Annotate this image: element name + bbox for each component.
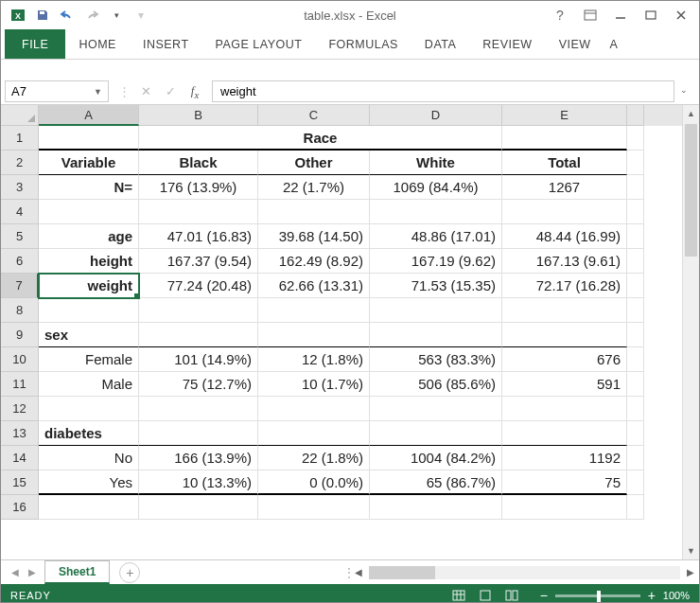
cell[interactable]: [502, 421, 627, 446]
zoom-level[interactable]: 100%: [663, 590, 690, 601]
tab-addin[interactable]: A: [604, 29, 624, 59]
cell[interactable]: [627, 421, 644, 446]
cell[interactable]: [627, 126, 644, 151]
cell[interactable]: [39, 200, 139, 224]
cell[interactable]: [502, 298, 627, 323]
hscroll-thumb[interactable]: [369, 566, 435, 579]
new-sheet-button[interactable]: +: [119, 562, 140, 583]
formula-bar[interactable]: weight: [212, 80, 674, 102]
tab-page-layout[interactable]: PAGE LAYOUT: [202, 29, 316, 59]
redo-button[interactable]: [80, 4, 103, 27]
tab-view[interactable]: VIEW: [546, 29, 604, 59]
cell[interactable]: [627, 446, 644, 470]
cell[interactable]: [39, 126, 139, 151]
row-header-6[interactable]: 6: [1, 249, 39, 274]
zoom-in-button[interactable]: +: [646, 588, 657, 603]
tab-review[interactable]: REVIEW: [469, 29, 545, 59]
scroll-down-icon[interactable]: ▼: [683, 542, 699, 559]
cell[interactable]: [502, 323, 627, 347]
column-header-A[interactable]: A: [39, 105, 139, 126]
cell[interactable]: [370, 298, 502, 323]
formula-bar-expand-icon[interactable]: ⌄: [676, 85, 691, 95]
cells-area[interactable]: RaceVariableBlackOtherWhiteTotalN=176 (1…: [39, 126, 682, 520]
row-header-15[interactable]: 15: [1, 470, 39, 495]
cell[interactable]: 22 (1.8%): [258, 446, 370, 470]
cell[interactable]: 22 (1.7%): [258, 175, 370, 200]
cell[interactable]: 39.68 (14.50): [258, 224, 370, 249]
hscroll-left-icon[interactable]: ◀: [350, 567, 367, 577]
tab-data[interactable]: DATA: [411, 29, 469, 59]
cell[interactable]: Race: [139, 126, 502, 151]
tab-formulas[interactable]: FORMULAS: [315, 29, 411, 59]
sheet-nav-next[interactable]: ▶: [24, 567, 41, 577]
row-header-12[interactable]: 12: [1, 397, 39, 421]
row-header-1[interactable]: 1: [1, 126, 39, 151]
insert-function-button[interactable]: fx: [185, 83, 204, 100]
customize-qat-button[interactable]: ▾: [105, 4, 128, 27]
cancel-formula-button[interactable]: ✕: [136, 84, 155, 98]
cell[interactable]: 77.24 (20.48): [139, 274, 258, 298]
row-header-2[interactable]: 2: [1, 151, 39, 175]
cell[interactable]: [502, 397, 627, 421]
row-header-4[interactable]: 4: [1, 200, 39, 224]
column-header-blank[interactable]: [627, 105, 644, 126]
row-header-14[interactable]: 14: [1, 446, 39, 470]
tab-file[interactable]: FILE: [5, 29, 65, 59]
cell[interactable]: Yes: [39, 470, 139, 495]
cell[interactable]: 167.19 (9.62): [370, 249, 502, 274]
cell[interactable]: [139, 298, 258, 323]
maximize-button[interactable]: [639, 6, 663, 25]
name-box-dropdown-icon[interactable]: ▼: [94, 87, 102, 97]
cell[interactable]: Other: [258, 151, 370, 175]
cell[interactable]: No: [39, 446, 139, 470]
row-header-3[interactable]: 3: [1, 175, 39, 200]
cell[interactable]: [370, 495, 502, 520]
cell[interactable]: 101 (14.9%): [139, 347, 258, 372]
undo-button[interactable]: [56, 4, 79, 27]
cell[interactable]: [370, 200, 502, 224]
cell[interactable]: [627, 347, 644, 372]
close-button[interactable]: [669, 6, 693, 25]
cell[interactable]: [39, 495, 139, 520]
row-header-13[interactable]: 13: [1, 421, 39, 446]
enter-formula-button[interactable]: ✓: [161, 84, 180, 98]
cell[interactable]: 62.66 (13.31): [258, 274, 370, 298]
zoom-out-button[interactable]: −: [538, 588, 550, 603]
row-header-7[interactable]: 7: [1, 274, 39, 298]
cell[interactable]: [139, 421, 258, 446]
column-header-E[interactable]: E: [502, 105, 627, 126]
cell[interactable]: [502, 495, 627, 520]
cell[interactable]: [502, 200, 627, 224]
cell[interactable]: [258, 200, 370, 224]
cell[interactable]: [627, 175, 644, 200]
cell[interactable]: 10 (1.7%): [258, 372, 370, 397]
cell[interactable]: [258, 298, 370, 323]
cell[interactable]: height: [39, 249, 139, 274]
cell[interactable]: [502, 126, 627, 151]
cell[interactable]: 506 (85.6%): [370, 372, 502, 397]
view-normal-icon[interactable]: [449, 588, 468, 603]
cell[interactable]: sex: [39, 323, 139, 347]
cell[interactable]: Black: [139, 151, 258, 175]
vertical-scrollbar[interactable]: ▲ ▼: [682, 105, 699, 559]
cell[interactable]: [370, 323, 502, 347]
view-page-layout-icon[interactable]: [476, 588, 495, 603]
cell[interactable]: [139, 397, 258, 421]
zoom-slider[interactable]: [555, 594, 640, 597]
scroll-up-icon[interactable]: ▲: [683, 105, 699, 122]
cell[interactable]: [627, 372, 644, 397]
cell[interactable]: 166 (13.9%): [139, 446, 258, 470]
cell[interactable]: Male: [39, 372, 139, 397]
cell[interactable]: 591: [502, 372, 627, 397]
cell[interactable]: 563 (83.3%): [370, 347, 502, 372]
cell[interactable]: 167.13 (9.61): [502, 249, 627, 274]
cell[interactable]: [258, 495, 370, 520]
cell[interactable]: [627, 323, 644, 347]
cell[interactable]: weight: [39, 274, 139, 298]
ribbon-display-button[interactable]: [578, 6, 603, 25]
sheet-nav-prev[interactable]: ◀: [7, 567, 24, 577]
cell[interactable]: N=: [39, 175, 139, 200]
cell[interactable]: 71.53 (15.35): [370, 274, 502, 298]
cell[interactable]: 1267: [502, 175, 627, 200]
cell[interactable]: [627, 470, 644, 495]
